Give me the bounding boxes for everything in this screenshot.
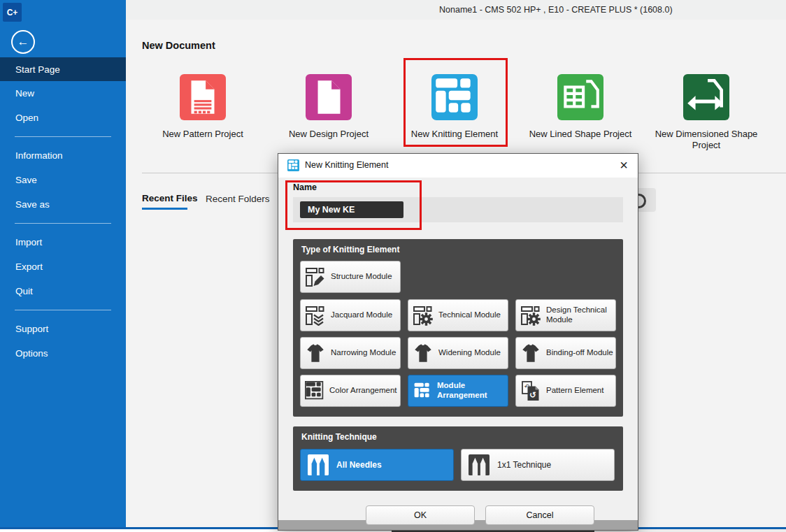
name-value-selection: My New KE <box>300 201 403 218</box>
sidebar-item-information[interactable]: Information <box>0 143 126 168</box>
button-label: Narrowing Module <box>331 348 396 358</box>
button-label: Structure Module <box>331 272 392 282</box>
button-label: Pattern Element <box>546 386 603 396</box>
sidebar: C+ ← Start Page New Open Information Sav… <box>0 0 126 527</box>
technical-module-button[interactable]: Technical Module <box>408 299 508 331</box>
back-arrow-icon: ← <box>17 35 29 49</box>
type-section-heading: Type of Knitting Element <box>301 245 399 254</box>
tile-label: New Knitting Element <box>395 129 514 140</box>
design-technical-module-icon <box>520 305 541 326</box>
module-arrangement-button[interactable]: Module Arrangement <box>408 375 508 407</box>
tab-recent-files[interactable]: Recent Files <box>142 193 198 203</box>
tshirt-icon <box>520 343 541 363</box>
jacquard-module-button[interactable]: Jacquard Module <box>300 299 401 331</box>
cancel-button[interactable]: Cancel <box>485 505 594 525</box>
sidebar-item-save[interactable]: Save <box>0 168 126 192</box>
tab-active-underline <box>142 208 187 210</box>
sidebar-nav: Start Page New Open Information Save Sav… <box>0 57 126 366</box>
button-label: Module Arrangement <box>437 381 508 400</box>
lined-shape-project-icon <box>557 74 603 120</box>
tile-label: New Design Project <box>269 129 388 140</box>
sidebar-item-new[interactable]: New <box>0 81 126 106</box>
tile-new-knitting-element[interactable]: New Knitting Element <box>395 70 514 140</box>
dimensioned-shape-project-icon <box>683 74 729 120</box>
all-needles-button[interactable]: All Needles <box>300 449 454 481</box>
button-label: 1x1 Technique <box>497 460 551 470</box>
back-button[interactable]: ← <box>11 30 35 54</box>
tile-new-dimensioned-shape-project[interactable]: New Dimensioned Shape Project <box>647 70 766 152</box>
all-needles-icon <box>308 454 329 475</box>
color-arrangement-icon <box>305 381 324 401</box>
module-arrangement-icon <box>413 381 432 401</box>
design-project-icon <box>306 74 352 120</box>
sidebar-item-open[interactable]: Open <box>0 106 126 130</box>
jacquard-module-icon <box>305 305 326 326</box>
button-label: All Needles <box>336 460 382 470</box>
knitting-element-icon <box>287 159 299 171</box>
button-label: Color Arrangement <box>329 386 397 396</box>
name-input[interactable]: My New KE <box>293 197 623 222</box>
tile-label: New Dimensioned Shape Project <box>647 129 766 152</box>
ok-button[interactable]: OK <box>366 505 475 525</box>
close-icon[interactable]: × <box>615 156 632 174</box>
new-knitting-element-dialog: New Knitting Element × Name My New KE Ty… <box>278 153 638 531</box>
svg-text:↺: ↺ <box>529 390 536 400</box>
one-by-one-technique-icon <box>469 454 490 475</box>
structure-module-icon <box>305 266 326 287</box>
new-document-heading: New Document <box>142 40 215 51</box>
tile-new-pattern-project[interactable]: New Pattern Project <box>143 70 262 140</box>
one-by-one-technique-button[interactable]: 1x1 Technique <box>461 449 615 481</box>
sidebar-item-support[interactable]: Support <box>0 317 126 341</box>
pattern-element-button[interactable]: ↶ ↺ Pattern Element <box>515 375 616 407</box>
button-label: Jacquard Module <box>331 310 392 320</box>
tab-recent-folders[interactable]: Recent Folders <box>206 194 270 204</box>
knitting-element-icon <box>431 74 478 120</box>
color-arrangement-button[interactable]: Color Arrangement <box>300 375 401 407</box>
sidebar-item-save-as[interactable]: Save as <box>0 192 126 217</box>
button-label: Widening Module <box>438 348 501 358</box>
name-label: Name <box>293 182 317 192</box>
sidebar-divider <box>15 136 111 137</box>
button-label: Technical Module <box>438 310 501 320</box>
technical-module-icon <box>413 305 434 326</box>
binding-off-module-button[interactable]: Binding-off Module <box>515 337 616 369</box>
tile-new-design-project[interactable]: New Design Project <box>269 70 388 140</box>
technique-section-heading: Knitting Technique <box>301 432 377 442</box>
button-label: Binding-off Module <box>546 348 613 358</box>
sidebar-item-import[interactable]: Import <box>0 230 126 254</box>
pattern-element-icon: ↶ ↺ <box>520 380 541 401</box>
name-value: My New KE <box>300 201 403 218</box>
tile-new-lined-shape-project[interactable]: New Lined Shape Project <box>521 70 640 140</box>
tshirt-icon <box>305 343 326 363</box>
tshirt-icon <box>413 343 434 363</box>
structure-module-button[interactable]: Structure Module <box>300 261 401 293</box>
sidebar-item-start-page[interactable]: Start Page <box>0 57 126 81</box>
design-technical-module-button[interactable]: Design Technical Module <box>515 299 616 331</box>
knitting-technique-panel: Knitting Technique All Needles 1x1 Techn… <box>293 426 623 491</box>
dialog-title: New Knitting Element <box>305 160 389 170</box>
sidebar-divider <box>15 223 111 224</box>
pattern-project-icon <box>180 74 226 120</box>
window-title: Noname1 - CMS 502 HP+ , E10 - CREATE PLU… <box>439 5 673 15</box>
widening-module-button[interactable]: Widening Module <box>408 337 508 369</box>
sidebar-item-export[interactable]: Export <box>0 254 126 279</box>
app-logo: C+ <box>3 3 22 22</box>
narrowing-module-button[interactable]: Narrowing Module <box>300 337 401 369</box>
type-of-knitting-element-panel: Type of Knitting Element Structure Modul… <box>293 239 623 417</box>
sidebar-item-quit[interactable]: Quit <box>0 279 126 303</box>
sidebar-item-options[interactable]: Options <box>0 341 126 366</box>
sidebar-divider <box>15 310 111 310</box>
tile-label: New Lined Shape Project <box>521 129 640 140</box>
button-label: Design Technical Module <box>546 305 615 324</box>
tile-label: New Pattern Project <box>143 129 262 140</box>
